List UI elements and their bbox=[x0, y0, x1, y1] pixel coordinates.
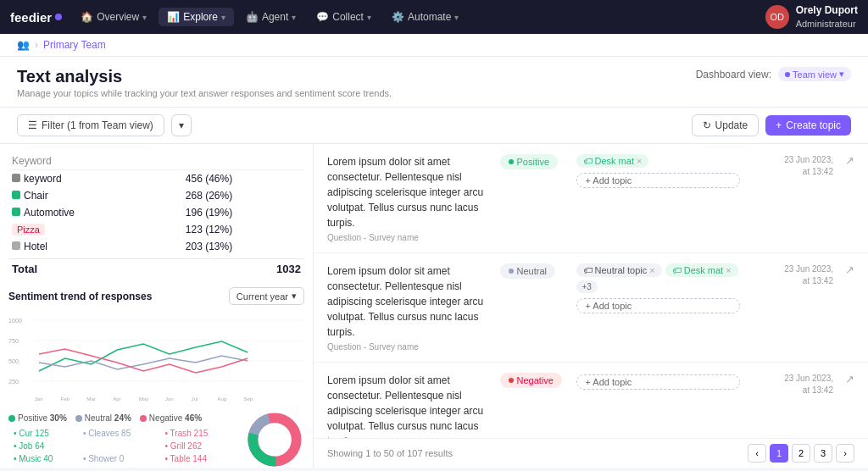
user-info: Orely Duport Administrateur bbox=[796, 4, 858, 30]
explore-icon: 📊 bbox=[167, 11, 180, 23]
page-title: Text analysis bbox=[17, 67, 392, 86]
response-row: Lorem ipsum dolor sit amet consectetur. … bbox=[314, 253, 868, 363]
topic-tag[interactable]: 🏷 Desk mat × bbox=[576, 154, 649, 168]
svg-text:Feb: Feb bbox=[61, 396, 70, 402]
svg-text:250: 250 bbox=[8, 379, 19, 385]
user-section: OD Orely Duport Administrateur bbox=[765, 4, 858, 30]
add-topic-button[interactable]: + Add topic bbox=[576, 298, 741, 313]
topic-more[interactable]: +3 bbox=[576, 280, 598, 293]
page-button-1[interactable]: 1 bbox=[770, 444, 788, 463]
response-topics: 🏷 Neutral topic × 🏷 Desk mat × +3 + Add … bbox=[576, 263, 741, 313]
circle-icon bbox=[509, 269, 514, 274]
chevron-icon: ▾ bbox=[454, 13, 459, 22]
filter-icon: ☰ bbox=[28, 119, 37, 131]
breadcrumb-separator: › bbox=[35, 39, 38, 51]
page-button-3[interactable]: 3 bbox=[814, 444, 832, 463]
neutral-dot bbox=[75, 415, 82, 422]
response-sentiment: Negative bbox=[500, 373, 568, 388]
page-button-2[interactable]: 2 bbox=[792, 444, 810, 463]
tag-icon: 🏷 bbox=[583, 156, 593, 166]
nav-overview[interactable]: 🏠 Overview ▾ bbox=[72, 8, 155, 26]
keyword-table: Keyword keyword 456 (46%) Chair 268 (26%… bbox=[8, 152, 304, 255]
svg-text:Jun: Jun bbox=[165, 396, 174, 402]
external-link-icon[interactable]: ↗ bbox=[845, 154, 854, 167]
legend-group: Positive 30% Neutral 24% Negative 46% bbox=[8, 413, 236, 423]
plus-icon: + bbox=[776, 119, 782, 131]
sentiment-badge: Negative bbox=[500, 373, 562, 388]
legend-detail-table: • Cur 125 • Cleaves 85 • Trash 215 • Job… bbox=[8, 426, 236, 466]
left-panel: Keyword keyword 456 (46%) Chair 268 (26%… bbox=[0, 144, 314, 468]
chevron-icon: ▾ bbox=[367, 13, 371, 22]
topic-tag[interactable]: 🏷 Desk mat × bbox=[665, 263, 738, 277]
svg-text:750: 750 bbox=[8, 338, 19, 345]
pagination-info: Showing 1 to 50 of 107 results bbox=[327, 448, 453, 458]
pagination: Showing 1 to 50 of 107 results ‹ 1 2 3 › bbox=[314, 438, 868, 468]
breadcrumb-team[interactable]: Primary Team bbox=[43, 39, 106, 51]
nav-collect[interactable]: 💬 Collect ▾ bbox=[308, 8, 380, 26]
breadcrumb: 👥 › Primary Team bbox=[0, 34, 868, 57]
response-date: 23 Jun 2023,at 13:42 bbox=[748, 263, 833, 287]
keyword-total: Total 1032 bbox=[8, 258, 304, 279]
create-topic-button[interactable]: + Create topic bbox=[765, 115, 851, 136]
legend-negative: Negative 46% bbox=[140, 413, 202, 423]
chart-svg: 1000 750 500 250 Jan Feb Mar Apr May Jun… bbox=[8, 312, 304, 405]
top-nav: feedier 🏠 Overview ▾ 📊 Explore ▾ 🤖 Agent… bbox=[0, 0, 868, 34]
remove-icon[interactable]: × bbox=[637, 156, 642, 166]
response-date: 23 Jun 2023,at 13:42 bbox=[748, 154, 833, 178]
chart-bottom: Positive 30% Neutral 24% Negative 46% bbox=[8, 410, 304, 468]
page-header: Text analysis Manage your topics while t… bbox=[0, 57, 868, 108]
topic-tags: 🏷 Desk mat × bbox=[576, 154, 741, 168]
remove-icon[interactable]: × bbox=[726, 265, 731, 275]
negative-dot bbox=[140, 415, 147, 422]
sentiment-chart: 1000 750 500 250 Jan Feb Mar Apr May Jun… bbox=[8, 312, 304, 405]
sentiment-header: Sentiment trend of responses Current yea… bbox=[8, 287, 304, 305]
table-row: Pizza 123 (12%) bbox=[8, 221, 304, 238]
page-subtitle: Manage your topics while tracking your t… bbox=[17, 88, 392, 98]
keyword-color bbox=[12, 208, 20, 216]
sentiment-title: Sentiment trend of responses bbox=[8, 291, 152, 302]
response-text: Lorem ipsum dolor sit amet consectetur. … bbox=[327, 263, 492, 352]
circle-icon bbox=[509, 378, 514, 383]
filter-chevron-button[interactable]: ▾ bbox=[171, 114, 192, 136]
avatar: OD bbox=[765, 5, 789, 29]
add-topic-button[interactable]: + Add topic bbox=[576, 173, 741, 188]
col-keyword: Keyword bbox=[8, 152, 167, 170]
svg-text:500: 500 bbox=[8, 358, 19, 365]
keyword-color bbox=[12, 174, 20, 182]
table-row: Automotive 196 (19%) bbox=[8, 204, 304, 221]
response-sentiment: Neutral bbox=[500, 263, 568, 279]
table-row: keyword 456 (46%) bbox=[8, 170, 304, 188]
prev-page-button[interactable]: ‹ bbox=[748, 444, 766, 463]
tag-icon: 🏷 bbox=[583, 265, 593, 275]
year-selector[interactable]: Current year ▾ bbox=[229, 287, 304, 305]
nav-explore[interactable]: 📊 Explore ▾ bbox=[159, 8, 234, 26]
remove-icon[interactable]: × bbox=[649, 265, 654, 275]
topic-tag[interactable]: 🏷 Neutral topic × bbox=[576, 263, 662, 277]
nav-agent[interactable]: 🤖 Agent ▾ bbox=[237, 8, 304, 26]
nav-automate[interactable]: ⚙️ Automate ▾ bbox=[383, 8, 467, 26]
external-link-icon[interactable]: ↗ bbox=[845, 373, 854, 385]
team-view-badge[interactable]: Team view ▾ bbox=[778, 67, 851, 81]
add-topic-button[interactable]: + Add topic bbox=[576, 374, 741, 390]
page-buttons: ‹ 1 2 3 › bbox=[748, 444, 854, 463]
response-date: 23 Jun 2023,at 13:42 bbox=[748, 373, 833, 396]
table-row: Hotel 203 (13%) bbox=[8, 238, 304, 255]
svg-text:May: May bbox=[139, 396, 150, 402]
response-text: Lorem ipsum dolor sit amet consectetur. … bbox=[327, 373, 492, 438]
update-button[interactable]: ↻ Update bbox=[692, 114, 760, 136]
chevron-icon: ▾ bbox=[142, 13, 147, 22]
svg-text:Aug: Aug bbox=[217, 396, 226, 402]
svg-point-20 bbox=[261, 426, 289, 454]
next-page-button[interactable]: › bbox=[836, 444, 854, 463]
automate-icon: ⚙️ bbox=[392, 11, 404, 23]
svg-text:1000: 1000 bbox=[8, 318, 22, 324]
col-count bbox=[182, 152, 304, 170]
external-link-icon[interactable]: ↗ bbox=[845, 263, 854, 276]
refresh-icon: ↻ bbox=[703, 119, 711, 131]
logo-dot bbox=[55, 14, 62, 20]
chevron-down-icon: ▾ bbox=[292, 291, 297, 302]
collect-icon: 💬 bbox=[316, 11, 329, 23]
response-row: Lorem ipsum dolor sit amet consectetur. … bbox=[314, 144, 868, 253]
filter-button[interactable]: ☰ Filter (1 from Team view) bbox=[17, 114, 164, 136]
sentiment-badge: Positive bbox=[500, 154, 559, 169]
